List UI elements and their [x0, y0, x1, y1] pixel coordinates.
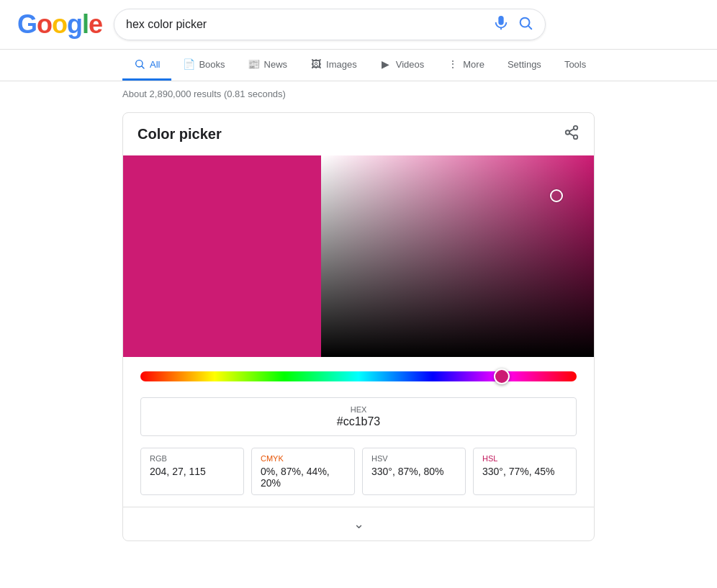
- header: Google hex color picker: [0, 0, 717, 50]
- color-picker-area[interactable]: [123, 155, 594, 357]
- card-header: Color picker: [123, 113, 594, 155]
- color-picker-card: Color picker HEX #cc1b73: [122, 112, 595, 541]
- nav-right: Settings Tools: [496, 50, 598, 81]
- chevron-down-icon: ⌄: [353, 517, 364, 531]
- hsl-label: HSL: [482, 454, 567, 463]
- tab-images[interactable]: 🖼 Images: [299, 50, 369, 81]
- svg-line-1: [528, 26, 531, 29]
- svg-line-3: [142, 66, 144, 68]
- rgb-box[interactable]: RGB 204, 27, 115: [140, 448, 244, 495]
- books-icon: 📄: [183, 58, 194, 70]
- results-count: About 2,890,000 results (0.81 seconds): [0, 81, 717, 107]
- cmyk-value: 0%, 87%, 44%, 20%: [261, 466, 346, 489]
- hue-slider-container: [123, 357, 594, 392]
- hex-input-container: HEX #cc1b73: [123, 392, 594, 442]
- tab-books[interactable]: 📄 Books: [171, 50, 236, 81]
- images-icon: 🖼: [310, 58, 322, 70]
- tab-images-label: Images: [326, 59, 357, 70]
- search-input[interactable]: hex color picker: [126, 18, 486, 31]
- color-gradient-right: [321, 155, 594, 357]
- search-icons: [493, 15, 533, 34]
- tab-settings[interactable]: Settings: [496, 50, 553, 81]
- color-values: RGB 204, 27, 115 CMYK 0%, 87%, 44%, 20% …: [123, 442, 594, 507]
- hsl-box[interactable]: HSL 330°, 77%, 45%: [473, 448, 577, 495]
- tab-books-label: Books: [199, 59, 225, 70]
- share-icon[interactable]: [564, 125, 580, 144]
- google-logo: Google: [17, 9, 102, 40]
- tab-all-label: All: [150, 59, 160, 70]
- nav-tabs: All 📄 Books 📰 News 🖼 Images ▶ Videos ⋮ M…: [0, 50, 717, 81]
- rgb-value: 204, 27, 115: [150, 466, 235, 477]
- rgb-label: RGB: [150, 454, 235, 463]
- hsv-value: 330°, 87%, 80%: [371, 466, 456, 477]
- hex-label: HEX: [153, 405, 564, 414]
- search-submit-icon[interactable]: [518, 15, 533, 34]
- tab-tools[interactable]: Tools: [553, 50, 598, 81]
- tab-more[interactable]: ⋮ More: [436, 50, 496, 81]
- hsv-box[interactable]: HSV 330°, 87%, 80%: [362, 448, 466, 495]
- tab-news-label: News: [264, 59, 288, 70]
- hex-input-box[interactable]: HEX #cc1b73: [140, 397, 577, 436]
- all-icon: [134, 58, 145, 70]
- svg-line-7: [569, 133, 574, 136]
- cmyk-label: CMYK: [261, 454, 346, 463]
- svg-line-8: [569, 129, 574, 132]
- news-icon: 📰: [248, 58, 260, 70]
- tab-news[interactable]: 📰 News: [237, 50, 299, 81]
- videos-icon: ▶: [380, 58, 392, 70]
- color-solid-left: [123, 155, 321, 357]
- card-title: Color picker: [137, 126, 222, 143]
- hsl-value: 330°, 77%, 45%: [482, 466, 567, 477]
- tab-settings-label: Settings: [508, 59, 541, 70]
- more-icon: ⋮: [447, 58, 459, 70]
- tab-videos[interactable]: ▶ Videos: [369, 50, 436, 81]
- cmyk-box[interactable]: CMYK 0%, 87%, 44%, 20%: [251, 448, 355, 495]
- hex-value: #cc1b73: [153, 415, 564, 428]
- tab-tools-label: Tools: [564, 59, 586, 70]
- expand-more-button[interactable]: ⌄: [123, 507, 594, 540]
- black-overlay: [321, 155, 594, 357]
- search-bar: hex color picker: [114, 9, 546, 40]
- tab-more-label: More: [463, 59, 484, 70]
- tab-all[interactable]: All: [122, 50, 171, 81]
- microphone-icon[interactable]: [493, 15, 509, 34]
- hue-slider[interactable]: [140, 371, 577, 381]
- tab-videos-label: Videos: [396, 59, 425, 70]
- hsv-label: HSV: [371, 454, 456, 463]
